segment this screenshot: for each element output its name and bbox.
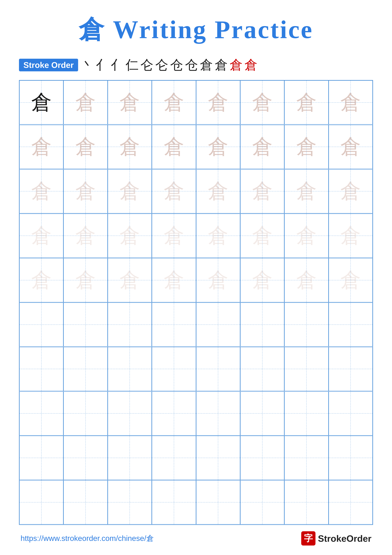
grid-cell[interactable] [196, 436, 240, 480]
grid-cell[interactable] [108, 480, 152, 524]
grid-cell[interactable] [284, 347, 328, 391]
grid-cell[interactable] [284, 302, 328, 347]
grid-cell[interactable]: 倉 [108, 214, 152, 258]
grid-cell[interactable] [284, 391, 328, 436]
grid-cell[interactable]: 倉 [196, 125, 240, 169]
grid-cell[interactable]: 倉 [108, 169, 152, 213]
guide-character: 倉 [208, 266, 228, 294]
grid-cell[interactable] [240, 302, 284, 347]
grid-cell[interactable]: 倉 [284, 125, 328, 169]
grid-cell[interactable]: 倉 [19, 258, 64, 302]
guide-character: 倉 [75, 222, 96, 250]
grid-cell[interactable] [64, 302, 107, 347]
grid-cell[interactable] [108, 302, 152, 347]
grid-cell[interactable] [240, 480, 284, 524]
guide-character: 倉 [31, 266, 52, 294]
grid-cell[interactable] [196, 302, 240, 347]
grid-cell[interactable]: 倉 [196, 258, 240, 302]
stroke-3: 亻 [111, 56, 124, 74]
footer-url[interactable]: https://www.strokeorder.com/chinese/倉 [21, 533, 154, 543]
grid-cell[interactable]: 倉 [328, 258, 373, 302]
stroke-1: 丶 [81, 56, 94, 74]
stroke-order-row: Stroke Order 丶 亻 亻 仁 仑 仑 仓 仓 倉 倉 倉 倉 [19, 56, 373, 74]
grid-cell[interactable] [152, 391, 196, 436]
grid-cell[interactable]: 倉 [196, 214, 240, 258]
grid-cell[interactable] [240, 347, 284, 391]
grid-cell[interactable] [19, 480, 64, 524]
grid-cell[interactable] [64, 391, 107, 436]
grid-cell[interactable]: 倉 [196, 80, 240, 124]
grid-cell[interactable] [19, 391, 64, 436]
grid-cell[interactable] [152, 480, 196, 524]
guide-character: 倉 [296, 222, 317, 250]
grid-cell[interactable]: 倉 [240, 258, 284, 302]
stroke-5: 仑 [140, 56, 153, 74]
grid-cell[interactable]: 倉 [108, 80, 152, 124]
grid-cell[interactable]: 倉 [240, 169, 284, 213]
grid-cell[interactable]: 倉 [19, 214, 64, 258]
grid-cell[interactable] [152, 347, 196, 391]
writing-grid: 倉倉倉倉倉倉倉倉倉倉倉倉倉倉倉倉倉倉倉倉倉倉倉倉倉倉倉倉倉倉倉倉倉倉倉倉倉倉倉倉 [19, 80, 373, 525]
grid-cell[interactable] [64, 347, 107, 391]
grid-cell[interactable]: 倉 [108, 125, 152, 169]
grid-cell[interactable] [196, 391, 240, 436]
grid-cell[interactable] [19, 436, 64, 480]
grid-cell[interactable]: 倉 [152, 214, 196, 258]
guide-character: 倉 [75, 177, 96, 205]
grid-cell[interactable]: 倉 [196, 169, 240, 213]
grid-cell[interactable] [19, 347, 64, 391]
grid-cell[interactable] [19, 302, 64, 347]
grid-cell[interactable] [328, 391, 373, 436]
guide-character: 倉 [31, 133, 52, 161]
grid-cell[interactable] [284, 480, 328, 524]
page-title: 倉 Writing Practice [79, 13, 313, 47]
stroke-10: 倉 [215, 56, 228, 74]
grid-cell[interactable]: 倉 [240, 125, 284, 169]
grid-cell[interactable]: 倉 [19, 80, 64, 124]
grid-cell[interactable] [64, 480, 107, 524]
grid-cell[interactable]: 倉 [328, 125, 373, 169]
grid-cell[interactable] [196, 347, 240, 391]
grid-cell[interactable]: 倉 [240, 80, 284, 124]
grid-cell[interactable] [328, 347, 373, 391]
grid-cell[interactable] [108, 436, 152, 480]
grid-cell[interactable] [240, 436, 284, 480]
guide-character: 倉 [296, 89, 317, 117]
guide-character: 倉 [252, 222, 273, 250]
grid-cell[interactable] [152, 436, 196, 480]
grid-cell[interactable]: 倉 [284, 258, 328, 302]
grid-cell[interactable] [108, 347, 152, 391]
grid-cell[interactable]: 倉 [284, 80, 328, 124]
grid-cell[interactable]: 倉 [152, 125, 196, 169]
grid-cell[interactable]: 倉 [152, 258, 196, 302]
grid-cell[interactable]: 倉 [152, 80, 196, 124]
grid-cell[interactable]: 倉 [284, 169, 328, 213]
grid-cell[interactable] [240, 391, 284, 436]
footer-logo-text: StrokeOrder [318, 533, 371, 544]
grid-cell[interactable]: 倉 [19, 169, 64, 213]
grid-cell[interactable]: 倉 [19, 125, 64, 169]
stroke-order-chars: 丶 亻 亻 仁 仑 仑 仓 仓 倉 倉 倉 倉 [81, 56, 257, 74]
grid-cell[interactable]: 倉 [108, 258, 152, 302]
grid-cell[interactable] [64, 436, 107, 480]
grid-cell[interactable] [328, 302, 373, 347]
grid-cell[interactable]: 倉 [64, 125, 107, 169]
grid-cell[interactable]: 倉 [328, 214, 373, 258]
grid-cell[interactable] [284, 436, 328, 480]
grid-cell[interactable]: 倉 [284, 214, 328, 258]
guide-character: 倉 [340, 89, 361, 117]
grid-cell[interactable]: 倉 [152, 169, 196, 213]
grid-cell[interactable] [152, 302, 196, 347]
grid-cell[interactable] [108, 391, 152, 436]
grid-cell[interactable]: 倉 [64, 214, 107, 258]
grid-cell[interactable]: 倉 [240, 214, 284, 258]
grid-cell[interactable]: 倉 [328, 80, 373, 124]
guide-character: 倉 [75, 266, 96, 294]
grid-cell[interactable]: 倉 [64, 258, 107, 302]
grid-cell[interactable]: 倉 [64, 80, 107, 124]
grid-cell[interactable] [328, 480, 373, 524]
grid-cell[interactable]: 倉 [328, 169, 373, 213]
grid-cell[interactable]: 倉 [64, 169, 107, 213]
grid-cell[interactable] [328, 436, 373, 480]
grid-cell[interactable] [196, 480, 240, 524]
